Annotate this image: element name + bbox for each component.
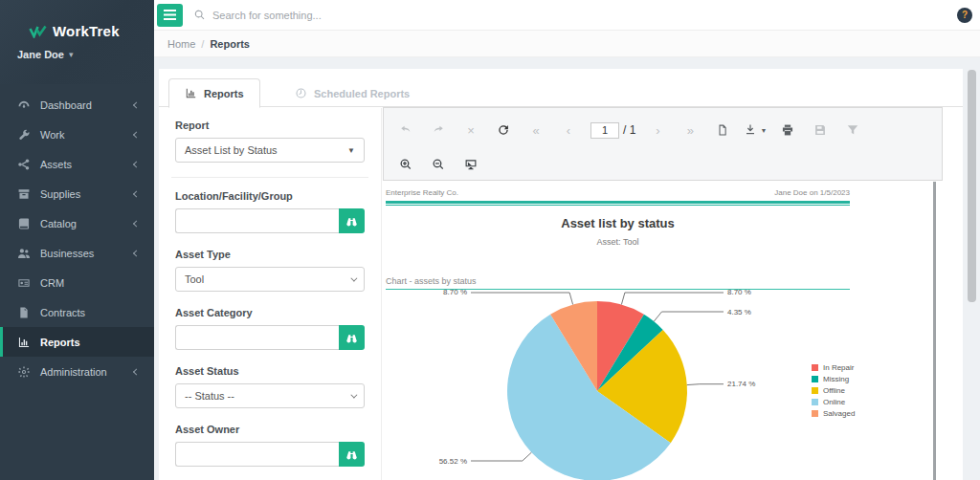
chevron-left-icon xyxy=(133,190,140,197)
refresh-button[interactable] xyxy=(487,119,520,142)
menu-toggle-button[interactable] xyxy=(157,4,183,27)
chevron-down-icon xyxy=(350,391,357,398)
redo-button[interactable] xyxy=(422,119,455,142)
chevron-left-icon xyxy=(133,101,140,108)
page-number-input[interactable] xyxy=(590,122,619,139)
legend-item: Salvaged xyxy=(812,409,855,418)
first-page-icon: « xyxy=(532,124,539,137)
asset-owner-input[interactable] xyxy=(175,442,339,467)
sidebar-item-label: Reports xyxy=(40,337,80,348)
legend-label: Online xyxy=(823,398,845,406)
book-icon xyxy=(17,217,31,230)
help-button[interactable]: ? xyxy=(957,8,972,23)
undo-button[interactable] xyxy=(390,119,422,142)
binoculars-icon xyxy=(345,448,358,461)
gear-icon xyxy=(17,365,31,379)
user-menu[interactable]: Jane Doe ▾ xyxy=(17,49,154,60)
new-document-button[interactable] xyxy=(706,119,739,142)
legend-swatch xyxy=(812,364,818,371)
breadcrumb: Home / Reports xyxy=(154,31,980,57)
sidebar-item-administration[interactable]: Administration xyxy=(0,357,154,386)
sidebar-item-catalog[interactable]: Catalog xyxy=(0,208,154,238)
asset-category-input[interactable] xyxy=(175,325,339,350)
legend-label: Salvaged xyxy=(823,409,855,418)
sidebar-item-label: Supplies xyxy=(40,188,80,200)
cancel-button[interactable]: × xyxy=(455,119,487,142)
report-byline: Jane Doe on 1/5/2023 xyxy=(774,188,850,197)
asset-owner-label: Asset Owner xyxy=(175,424,365,435)
pie-label-line xyxy=(621,293,724,305)
legend-item: Offline xyxy=(812,386,855,395)
fit-screen-icon xyxy=(464,158,478,171)
filter-button[interactable] xyxy=(836,119,869,142)
legend-swatch xyxy=(812,399,818,405)
pie-label-line xyxy=(687,384,724,385)
asset-category-input-group xyxy=(175,325,365,350)
location-input-group xyxy=(175,208,365,233)
legend-swatch xyxy=(812,387,818,394)
tab-reports[interactable]: Reports xyxy=(168,78,260,108)
report-subtitle: Asset: Tool xyxy=(386,237,850,247)
clock-icon xyxy=(295,87,307,99)
zoom-out-icon xyxy=(432,158,445,171)
asset-owner-input-group xyxy=(175,442,365,467)
caret-down-icon: ▼ xyxy=(760,127,767,134)
print-button[interactable] xyxy=(771,119,804,142)
viewer-scrollbar[interactable] xyxy=(933,182,936,480)
print-icon xyxy=(781,123,794,137)
menu-icon xyxy=(164,10,176,20)
legend-label: Offline xyxy=(823,386,845,395)
pie-label-line xyxy=(654,312,724,321)
tab-scheduled-reports[interactable]: Scheduled Reports xyxy=(279,78,425,108)
redo-icon xyxy=(432,123,445,137)
location-input[interactable] xyxy=(175,208,339,233)
sidebar-item-label: Catalog xyxy=(40,218,77,229)
next-page-button[interactable]: › xyxy=(641,119,674,142)
viewer-toolbar: × « ‹ / 1 › » ▼ xyxy=(383,107,943,181)
download-button[interactable]: ▼ xyxy=(739,119,771,142)
asset-status-select-value: -- Status -- xyxy=(185,390,234,402)
sidebar-item-label: CRM xyxy=(40,277,64,289)
sidebar-item-contracts[interactable]: Contracts xyxy=(0,297,154,327)
asset-type-select[interactable]: Tool xyxy=(175,267,365,292)
save-button[interactable] xyxy=(804,119,836,142)
sidebar-item-businesses[interactable]: Businesses xyxy=(0,238,154,268)
sidebar-item-assets[interactable]: Assets xyxy=(0,149,154,179)
save-icon xyxy=(813,123,827,137)
zoom-in-button[interactable] xyxy=(390,153,422,176)
prev-page-button[interactable]: ‹ xyxy=(552,119,585,142)
asset-category-lookup-button[interactable] xyxy=(339,325,365,350)
brand-block: WorkTrek Jane Doe ▾ xyxy=(0,0,154,84)
pie-percent-label: 4.35 % xyxy=(727,308,751,316)
chevron-left-icon xyxy=(133,131,140,138)
last-page-button[interactable]: » xyxy=(674,119,706,142)
sidebar-item-supplies[interactable]: Supplies xyxy=(0,179,154,208)
asset-owner-lookup-button[interactable] xyxy=(339,442,365,467)
topbar: ? xyxy=(154,0,980,31)
fit-screen-button[interactable] xyxy=(455,153,487,176)
sidebar-item-work[interactable]: Work xyxy=(0,120,154,149)
search-bar xyxy=(193,9,957,21)
asset-status-select[interactable]: -- Status -- xyxy=(175,383,365,408)
search-input[interactable] xyxy=(212,10,957,21)
page-scrollbar[interactable] xyxy=(968,70,976,302)
first-page-button[interactable]: « xyxy=(520,119,552,142)
location-label: Location/Facility/Group xyxy=(175,190,365,202)
sidebar-item-dashboard[interactable]: Dashboard xyxy=(0,90,154,120)
location-lookup-button[interactable] xyxy=(339,208,365,233)
chevron-left-icon xyxy=(133,368,140,375)
zoom-out-button[interactable] xyxy=(422,153,455,176)
report-select[interactable]: Asset List by Status ▼ xyxy=(175,138,365,163)
gauge-icon xyxy=(17,98,31,112)
id-card-icon xyxy=(17,276,31,290)
report-header: Enterprise Realty Co. Jane Doe on 1/5/20… xyxy=(386,188,850,197)
legend-label: In Repair xyxy=(823,363,854,372)
sidebar-item-crm[interactable]: CRM xyxy=(0,268,154,297)
worktrek-logo-icon xyxy=(29,25,47,38)
pie-percent-label: 21.74 % xyxy=(727,380,755,388)
page-total-label: / 1 xyxy=(623,123,635,137)
sidebar-item-reports[interactable]: Reports xyxy=(0,327,154,357)
caret-down-icon: ▼ xyxy=(347,146,355,155)
breadcrumb-home-link[interactable]: Home xyxy=(167,38,195,50)
logo: WorkTrek xyxy=(29,23,154,39)
